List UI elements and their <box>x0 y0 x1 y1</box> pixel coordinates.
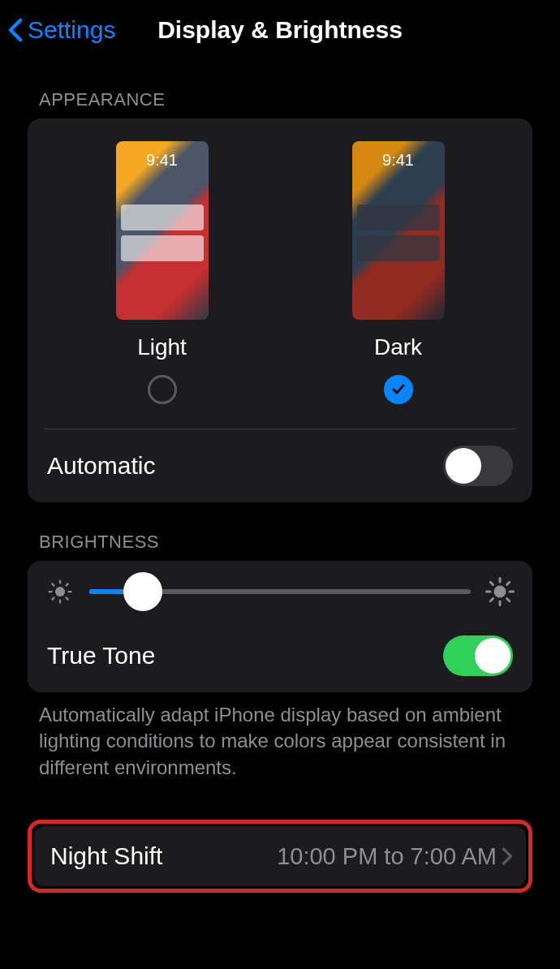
svg-line-17 <box>507 582 510 584</box>
svg-point-0 <box>55 587 65 596</box>
appearance-options: 9:41 Light 9:41 Dark <box>28 118 532 420</box>
automatic-label: Automatic <box>47 452 155 480</box>
slider-thumb[interactable] <box>123 572 162 611</box>
true-tone-label: True Tone <box>47 642 155 670</box>
sun-bright-icon <box>485 577 515 606</box>
sun-dim-icon <box>45 577 75 606</box>
dark-preview: 9:41 <box>352 141 445 320</box>
svg-line-8 <box>67 584 68 585</box>
light-radio[interactable] <box>148 375 177 404</box>
true-tone-row: True Tone <box>28 619 532 692</box>
preview-time: 9:41 <box>382 151 414 170</box>
back-label: Settings <box>28 16 115 44</box>
preview-widget <box>357 205 440 230</box>
brightness-slider-row <box>28 561 532 619</box>
chevron-right-icon <box>502 847 513 865</box>
svg-line-6 <box>67 598 68 600</box>
light-label: Light <box>137 334 187 360</box>
brightness-card: True Tone <box>28 561 532 692</box>
back-button[interactable]: Settings <box>8 16 115 44</box>
dark-radio[interactable] <box>384 375 413 404</box>
header: Settings Display & Brightness <box>0 0 560 60</box>
chevron-left-icon <box>8 18 23 42</box>
dark-label: Dark <box>374 334 422 360</box>
page-title: Display & Brightness <box>157 16 403 44</box>
toggle-knob <box>475 638 510 674</box>
automatic-row: Automatic <box>28 429 532 502</box>
night-shift-value: 10:00 PM to 7:00 AM <box>277 843 497 870</box>
svg-line-15 <box>507 599 510 601</box>
svg-point-9 <box>494 586 506 598</box>
brightness-section-label: BRIGHTNESS <box>0 502 560 561</box>
true-tone-description: Automatically adapt iPhone display based… <box>0 692 560 781</box>
preview-time: 9:41 <box>146 151 178 170</box>
appearance-option-dark[interactable]: 9:41 Dark <box>352 141 445 404</box>
night-shift-row[interactable]: Night Shift 10:00 PM to 7:00 AM <box>34 826 526 886</box>
true-tone-toggle[interactable] <box>443 635 513 676</box>
svg-line-7 <box>52 598 54 600</box>
appearance-section-label: APPEARANCE <box>0 60 560 118</box>
svg-line-5 <box>52 584 54 585</box>
brightness-slider[interactable] <box>89 589 471 594</box>
appearance-option-light[interactable]: 9:41 Light <box>116 141 209 404</box>
night-shift-highlight: Night Shift 10:00 PM to 7:00 AM <box>28 820 532 893</box>
preview-widget <box>357 235 440 261</box>
toggle-knob <box>446 448 481 484</box>
appearance-card: 9:41 Light 9:41 Dark Automatic <box>28 118 532 502</box>
light-preview: 9:41 <box>116 141 209 320</box>
preview-widget <box>121 205 204 230</box>
svg-line-16 <box>490 599 493 601</box>
svg-line-14 <box>490 582 493 584</box>
checkmark-icon <box>390 381 407 398</box>
automatic-toggle[interactable] <box>443 446 513 486</box>
preview-widget <box>121 235 204 261</box>
night-shift-label: Night Shift <box>50 842 162 870</box>
